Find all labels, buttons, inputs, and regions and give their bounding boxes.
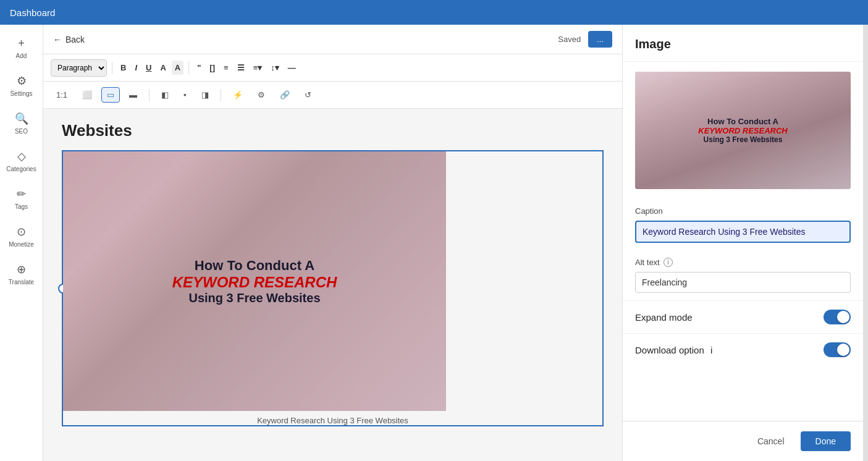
- image-toolbar: 1:1 ⬜ ▭ ▬ ◧ ▪ ◨ ⚡ ⚙ 🔗 ↺: [43, 82, 622, 109]
- img-divider-1: [149, 89, 150, 101]
- page-heading[interactable]: Websites: [62, 121, 604, 140]
- align-button[interactable]: ≡▾: [250, 61, 266, 75]
- img-wide-btn[interactable]: ▭: [101, 87, 120, 103]
- panel-image-line2: KEYWORD RESEARCH: [698, 126, 787, 135]
- saved-status: Saved: [558, 35, 581, 44]
- translate-icon: ⊕: [17, 263, 26, 276]
- img-original-icon: 1:1: [56, 90, 67, 99]
- panel-image-text: How To Conduct A KEYWORD RESEARCH Using …: [692, 111, 793, 150]
- alt-label: Alt text i: [635, 258, 851, 267]
- sidebar-label-add: Add: [16, 53, 27, 59]
- image-line1: How To Conduct A: [172, 258, 337, 274]
- back-button[interactable]: ← Back: [53, 35, 85, 44]
- highlight-button[interactable]: A: [172, 61, 183, 75]
- add-icon: +: [18, 37, 25, 50]
- bold-button[interactable]: B: [117, 61, 129, 75]
- img-fit-icon: ⬜: [82, 90, 92, 99]
- img-right-btn[interactable]: ◨: [196, 87, 214, 103]
- expand-mode-label: Expand mode: [635, 312, 693, 323]
- img-replace-btn[interactable]: ↺: [299, 87, 317, 103]
- sidebar-label-tags: Tags: [15, 203, 28, 210]
- alt-text-input[interactable]: [635, 272, 851, 293]
- done-button[interactable]: Done: [801, 431, 851, 451]
- caption-section: Caption: [623, 199, 863, 250]
- panel-image-line1: How To Conduct A: [698, 117, 787, 126]
- main-area: + Add ⚙ Settings 🔍 SEO ◇ Categories ✏ Ta…: [0, 25, 868, 461]
- toolbar-divider-1: [112, 62, 112, 74]
- paragraph-select[interactable]: Paragraph Heading 1 Heading 2: [51, 59, 107, 77]
- sidebar-item-translate[interactable]: ⊕ Translate: [0, 256, 43, 292]
- cancel-button[interactable]: Cancel: [748, 431, 794, 451]
- img-divider-2: [221, 89, 221, 101]
- panel-image-inner: How To Conduct A KEYWORD RESEARCH Using …: [635, 72, 851, 189]
- global-scrollbar[interactable]: [863, 25, 868, 461]
- expand-mode-track: [824, 310, 851, 324]
- back-arrow-icon: ←: [53, 35, 62, 44]
- panel-title: Image: [623, 25, 863, 62]
- editor-image-container[interactable]: How To Conduct A KEYWORD RESEARCH Using …: [62, 150, 604, 426]
- img-settings-btn[interactable]: ⚙: [252, 87, 271, 103]
- underline-button[interactable]: U: [143, 61, 154, 75]
- sidebar-item-seo[interactable]: 🔍 SEO: [0, 106, 43, 141]
- format-toolbar: Paragraph Heading 1 Heading 2 B I U A A …: [43, 54, 622, 82]
- categories-icon: ◇: [17, 150, 26, 163]
- image-line3: Using 3 Free Websites: [172, 291, 337, 305]
- img-center-btn[interactable]: ▪: [178, 87, 192, 103]
- img-narrow-btn[interactable]: ▬: [124, 87, 143, 103]
- img-left-btn[interactable]: ◧: [156, 87, 174, 103]
- img-fit-btn[interactable]: ⬜: [77, 87, 98, 103]
- sidebar-item-add[interactable]: + Add: [0, 31, 43, 66]
- alt-info-icon[interactable]: i: [664, 258, 673, 267]
- number-list-button[interactable]: ☰: [234, 61, 248, 75]
- img-filters-btn[interactable]: ⚡: [227, 87, 248, 103]
- sidebar-label-translate: Translate: [9, 279, 34, 285]
- img-wide-icon: ▭: [107, 90, 114, 99]
- toolbar-divider-2: [188, 62, 189, 74]
- image-caption: Keyword Research Using 3 Free Websites: [63, 416, 602, 425]
- sidebar-item-tags[interactable]: ✏ Tags: [0, 181, 43, 216]
- sidebar-label-categories: Categories: [6, 166, 36, 172]
- panel-image-preview: How To Conduct A KEYWORD RESEARCH Using …: [635, 72, 851, 189]
- download-option-track: [824, 342, 851, 357]
- sidebar-item-settings[interactable]: ⚙ Settings: [0, 68, 43, 103]
- panel-footer: Cancel Done: [623, 421, 863, 461]
- sidebar-item-categories[interactable]: ◇ Categories: [0, 143, 43, 179]
- monetize-icon: ⊙: [17, 225, 26, 239]
- content-area: Websites How To Conduct A KEYWORD RESEAR…: [43, 109, 622, 461]
- sidebar-label-settings: Settings: [10, 90, 32, 97]
- code-button[interactable]: []: [206, 61, 218, 75]
- top-bar: Dashboard: [0, 0, 868, 25]
- img-narrow-icon: ▬: [129, 90, 137, 99]
- editor-image: How To Conduct A KEYWORD RESEARCH Using …: [63, 151, 446, 411]
- right-panel: Image How To Conduct A KEYWORD RESEARCH …: [622, 25, 863, 461]
- download-option-label: Download option i: [635, 345, 712, 355]
- tags-icon: ✏: [17, 187, 26, 201]
- download-option-thumb: [837, 344, 849, 356]
- editor-topbar: ← Back Saved ...: [43, 25, 622, 54]
- expand-mode-thumb: [837, 311, 849, 323]
- image-line2: KEYWORD RESEARCH: [172, 274, 337, 291]
- download-option-toggle[interactable]: [824, 342, 851, 357]
- sidebar-label-monetize: Monetize: [9, 241, 34, 248]
- caption-input[interactable]: [635, 221, 851, 243]
- italic-button[interactable]: I: [132, 61, 140, 75]
- quote-button[interactable]: ": [194, 61, 204, 75]
- img-original-btn[interactable]: 1:1: [51, 87, 73, 103]
- line-height-button[interactable]: ↕▾: [268, 61, 282, 75]
- divider-button[interactable]: —: [285, 61, 299, 75]
- settings-icon: ⚙: [17, 74, 27, 88]
- download-option-row: Download option i: [623, 333, 863, 366]
- bullet-list-button[interactable]: ≡: [221, 61, 232, 75]
- dashboard-title: Dashboard: [10, 7, 55, 18]
- sidebar-label-seo: SEO: [15, 128, 28, 135]
- sidebar-item-monetize[interactable]: ⊙ Monetize: [0, 219, 43, 254]
- download-info-icon[interactable]: i: [710, 345, 712, 355]
- caption-label: Caption: [635, 206, 851, 216]
- img-link-btn[interactable]: 🔗: [274, 87, 295, 103]
- seo-icon: 🔍: [15, 112, 28, 125]
- publish-button[interactable]: ...: [588, 31, 612, 48]
- color-button[interactable]: A: [157, 61, 169, 75]
- alt-text-section: Alt text i: [623, 250, 863, 300]
- expand-mode-toggle[interactable]: [824, 310, 851, 324]
- editor-area: ← Back Saved ... Paragraph Heading 1 Hea…: [43, 25, 622, 461]
